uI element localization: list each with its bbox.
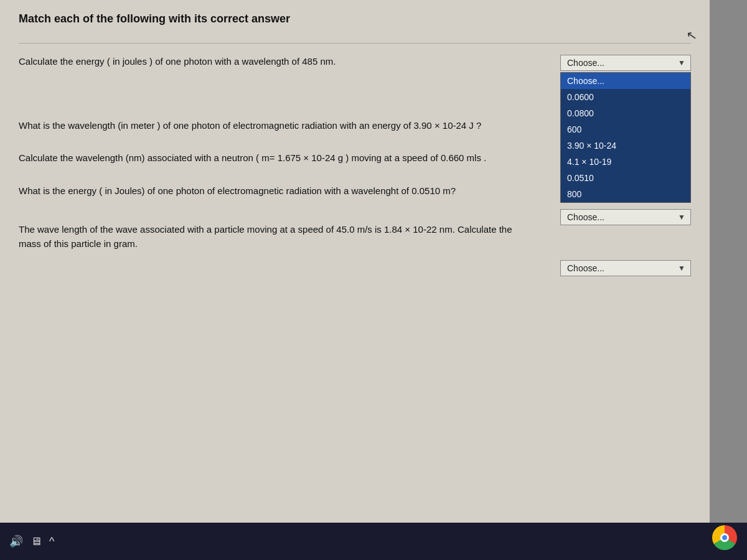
dropdown-area-5: Choose... ▼ xyxy=(560,260,691,276)
dropdown-options-1: Choose... 0.0600 0.0800 600 3.90 × 10-24… xyxy=(560,72,691,203)
dropdown-item-800[interactable]: 800 xyxy=(561,186,690,202)
chevron-down-icon-1: ▼ xyxy=(678,58,685,67)
title-divider xyxy=(19,43,691,44)
right-panel xyxy=(710,0,747,523)
dropdown-item-600[interactable]: 600 xyxy=(561,121,690,138)
chevron-down-icon-5: ▼ xyxy=(678,264,685,273)
monitor-icon[interactable]: 🖥 xyxy=(31,535,42,548)
question-block-1: Calculate the energy ( in joules ) of on… xyxy=(19,55,691,69)
question-text-3: Calculate the wavelength (nm) associated… xyxy=(19,151,529,166)
chevron-down-icon-4: ▼ xyxy=(678,213,685,222)
dropdown-item-0600[interactable]: 0.0600 xyxy=(561,89,690,105)
dropdown-label-1: Choose... xyxy=(567,58,604,68)
sound-icon[interactable]: 🔊 xyxy=(9,534,23,548)
caret-up-icon[interactable]: ^ xyxy=(49,535,54,548)
dropdown-label-5: Choose... xyxy=(567,263,604,273)
main-content: Match each of the following with its cor… xyxy=(0,0,710,523)
dropdown-item-41e19[interactable]: 4.1 × 10-19 xyxy=(561,154,690,170)
taskbar: 🔊 🖥 ^ xyxy=(0,523,747,560)
question-text-2: What is the wavelength (in meter ) of on… xyxy=(19,119,529,133)
page-title: Match each of the following with its cor… xyxy=(19,12,691,30)
dropdown-item-0510[interactable]: 0.0510 xyxy=(561,170,690,186)
question-text-5: The wave length of the wave associated w… xyxy=(19,223,529,251)
choose-dropdown-1[interactable]: Choose... ▼ xyxy=(560,55,691,71)
dropdown-item-390e24[interactable]: 3.90 × 10-24 xyxy=(561,138,690,154)
dropdown-label-4: Choose... xyxy=(567,212,604,222)
question-block-5: The wave length of the wave associated w… xyxy=(19,223,691,251)
question-text-1: Calculate the energy ( in joules ) of on… xyxy=(19,55,529,69)
dropdown-item-0800[interactable]: 0.0800 xyxy=(561,105,690,121)
choose-dropdown-5[interactable]: Choose... ▼ xyxy=(560,260,691,276)
question-text-4: What is the energy ( in Joules) of one p… xyxy=(19,184,529,198)
dropdown-item-choose[interactable]: Choose... xyxy=(561,73,690,89)
dropdown-area-1: Choose... ▼ Choose... 0.0600 0.0800 600 … xyxy=(560,55,691,71)
